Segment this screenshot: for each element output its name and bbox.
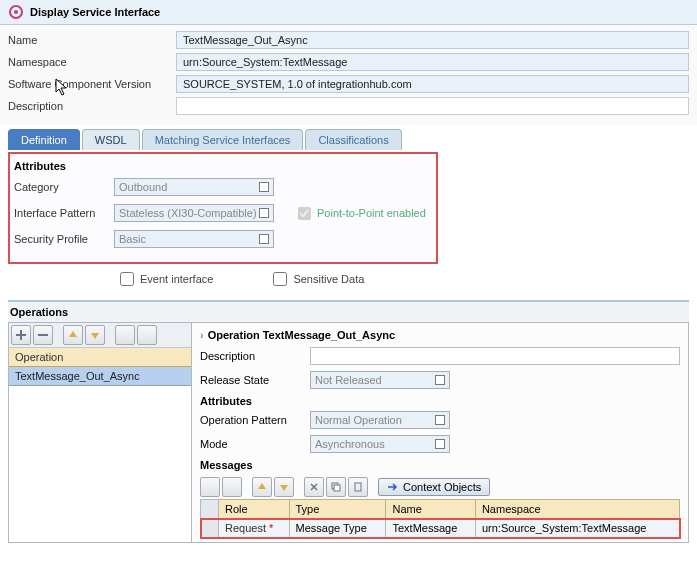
page-title: Display Service Interface	[30, 6, 160, 18]
input-op-description[interactable]	[310, 347, 680, 365]
operation-list-item[interactable]: TextMessage_Out_Async	[9, 367, 191, 386]
col-namespace: Namespace	[475, 500, 679, 519]
tab-wsdl[interactable]: WSDL	[82, 129, 140, 150]
tab-classifications[interactable]: Classifications	[305, 129, 401, 150]
label-op-pattern: Operation Pattern	[200, 414, 310, 426]
value-scv: SOURCE_SYSTEM, 1.0 of integrationhub.com	[176, 75, 689, 93]
svg-point-1	[14, 10, 18, 14]
operation-detail-panel: › Operation TextMessage_Out_Async Descri…	[192, 322, 689, 543]
label-category: Category	[14, 181, 114, 193]
value-name: TextMessage_Out_Async	[176, 31, 689, 49]
toolbar-extra-2[interactable]	[137, 325, 157, 345]
select-security-profile[interactable]: Basic	[114, 230, 274, 248]
chevron-down-icon	[435, 415, 445, 425]
svg-rect-4	[38, 334, 48, 336]
op-attributes-title: Attributes	[200, 395, 680, 407]
service-interface-icon	[8, 4, 24, 20]
table-row[interactable]: Request * Message Type TextMessage urn:S…	[201, 519, 680, 538]
add-button[interactable]	[11, 325, 31, 345]
msg-up-button[interactable]	[252, 477, 272, 497]
chevron-down-icon	[259, 234, 269, 244]
paste-button[interactable]	[348, 477, 368, 497]
checkbox-p2p[interactable]: Point-to-Point enabled	[298, 207, 426, 220]
svg-rect-3	[20, 330, 22, 340]
move-down-button[interactable]	[85, 325, 105, 345]
select-interface-pattern[interactable]: Stateless (XI30-Compatible)	[114, 204, 274, 222]
expand-icon[interactable]: ›	[200, 329, 204, 341]
arrow-right-icon	[387, 482, 399, 492]
messages-table: Role Type Name Namespace Request * Messa…	[200, 499, 680, 538]
chevron-down-icon	[435, 439, 445, 449]
chevron-down-icon	[259, 182, 269, 192]
checkbox-event-interface[interactable]: Event interface	[120, 272, 213, 286]
col-role: Role	[219, 500, 290, 519]
msg-add-button[interactable]	[200, 477, 220, 497]
label-release-state: Release State	[200, 374, 310, 386]
select-release-state[interactable]: Not Released	[310, 371, 450, 389]
checkbox-p2p-input[interactable]	[298, 207, 311, 220]
label-mode: Mode	[200, 438, 310, 450]
label-op-description: Description	[200, 350, 310, 362]
msg-down-button[interactable]	[274, 477, 294, 497]
select-op-pattern[interactable]: Normal Operation	[310, 411, 450, 429]
label-security-profile: Security Profile	[14, 233, 114, 245]
checkbox-sensitive-data[interactable]: Sensitive Data	[273, 272, 364, 286]
value-description	[176, 97, 689, 115]
label-namespace: Namespace	[8, 56, 176, 68]
messages-title: Messages	[200, 459, 680, 471]
select-category[interactable]: Outbound	[114, 178, 274, 196]
row-selector-header	[201, 500, 219, 519]
svg-rect-7	[355, 483, 361, 491]
chevron-down-icon	[259, 208, 269, 218]
row-selector[interactable]	[201, 519, 219, 538]
chevron-down-icon	[435, 375, 445, 385]
operation-detail-title: Operation TextMessage_Out_Async	[208, 329, 395, 341]
col-name: Name	[386, 500, 475, 519]
operations-column-header: Operation	[9, 348, 191, 367]
context-objects-button[interactable]: Context Objects	[378, 478, 490, 496]
operations-title: Operations	[8, 302, 689, 322]
value-namespace: urn:Source_System:TextMessage	[176, 53, 689, 71]
col-type: Type	[289, 500, 386, 519]
label-description: Description	[8, 100, 176, 112]
label-scv: Software Component Version	[8, 78, 176, 90]
tab-definition[interactable]: Definition	[8, 129, 80, 150]
delete-button[interactable]	[33, 325, 53, 345]
attributes-panel: Attributes Category Outbound Interface P…	[8, 152, 438, 264]
select-mode[interactable]: Asynchronous	[310, 435, 450, 453]
operations-list-panel: Operation TextMessage_Out_Async	[8, 322, 192, 543]
svg-rect-6	[334, 485, 340, 491]
msg-delete-button[interactable]	[222, 477, 242, 497]
tab-matching[interactable]: Matching Service Interfaces	[142, 129, 304, 150]
label-interface-pattern: Interface Pattern	[14, 207, 114, 219]
move-up-button[interactable]	[63, 325, 83, 345]
label-name: Name	[8, 34, 176, 46]
cut-button[interactable]	[304, 477, 324, 497]
attributes-title: Attributes	[14, 160, 432, 172]
toolbar-extra-1[interactable]	[115, 325, 135, 345]
copy-button[interactable]	[326, 477, 346, 497]
